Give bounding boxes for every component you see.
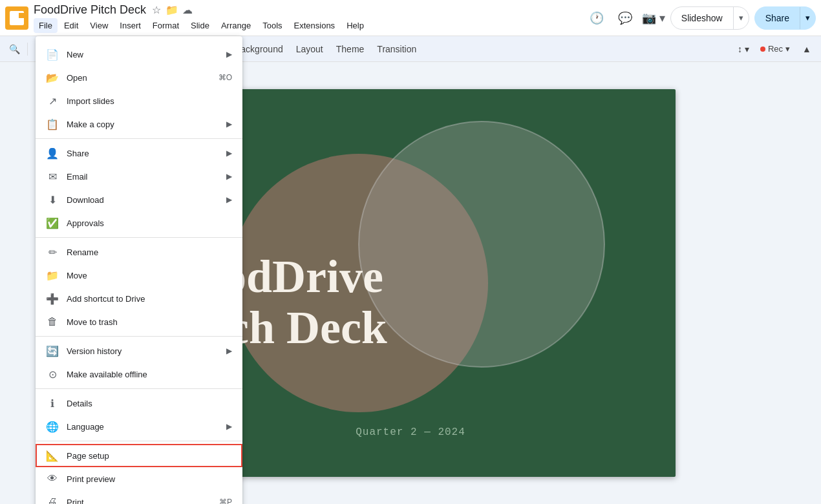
print-preview-icon: 👁: [46, 472, 59, 485]
import-icon: ↗: [46, 94, 59, 107]
move-label: Move: [67, 271, 232, 280]
menu-item-download[interactable]: ⬇ Download ▶: [36, 188, 242, 211]
menu-item-new[interactable]: 📄 New ▶: [36, 43, 242, 66]
download-arrow-icon: ▶: [226, 195, 232, 204]
copy-icon: 📋: [46, 118, 59, 131]
language-label: Language: [67, 422, 226, 432]
print-label: Print: [67, 498, 219, 505]
menu-item-move[interactable]: 📁 Move: [36, 264, 242, 287]
shortcut-label: Add shortcut to Drive: [67, 294, 232, 304]
menu-item-version-history[interactable]: 🔄 Version history ▶: [36, 339, 242, 362]
language-icon: 🌐: [46, 420, 59, 433]
details-label: Details: [67, 399, 232, 408]
menu-item-print-preview[interactable]: 👁 Print preview: [36, 467, 242, 490]
new-icon: 📄: [46, 48, 59, 61]
download-icon: ⬇: [46, 193, 59, 206]
open-shortcut: ⌘O: [219, 73, 232, 82]
email-arrow-icon: ▶: [226, 172, 232, 181]
version-arrow-icon: ▶: [226, 346, 232, 355]
print-icon: 🖨: [46, 496, 59, 504]
menu-section-5: ℹ Details 🌐 Language ▶: [36, 389, 242, 441]
rename-label: Rename: [67, 247, 232, 257]
menu-section-4: 🔄 Version history ▶ ⊙ Make available off…: [36, 337, 242, 389]
move-icon: 📁: [46, 269, 59, 282]
menu-item-approvals[interactable]: ✅ Approvals: [36, 211, 242, 235]
language-arrow-icon: ▶: [226, 422, 232, 431]
trash-icon: 🗑: [46, 315, 59, 328]
rename-icon: ✏: [46, 246, 59, 258]
trash-label: Move to trash: [67, 317, 232, 327]
new-arrow-icon: ▶: [226, 50, 232, 59]
copy-arrow-icon: ▶: [226, 120, 232, 129]
print-shortcut: ⌘P: [219, 498, 232, 504]
page-setup-icon: 📐: [46, 449, 59, 462]
menu-item-import-slides[interactable]: ↗ Import slides: [36, 89, 242, 112]
menu-item-language[interactable]: 🌐 Language ▶: [36, 415, 242, 438]
approvals-icon: ✅: [46, 216, 59, 229]
file-dropdown-menu: 📄 New ▶ 📂 Open ⌘O ↗ Import slides 📋 Make…: [36, 36, 242, 504]
menu-item-rename[interactable]: ✏ Rename: [36, 240, 242, 264]
menu-item-move-trash[interactable]: 🗑 Move to trash: [36, 310, 242, 333]
menu-item-add-shortcut[interactable]: ➕ Add shortcut to Drive: [36, 287, 242, 310]
import-label: Import slides: [67, 96, 232, 106]
menu-item-details[interactable]: ℹ Details: [36, 392, 242, 415]
email-label: Email: [67, 172, 226, 182]
menu-item-offline[interactable]: ⊙ Make available offline: [36, 362, 242, 386]
open-label: Open: [67, 73, 219, 83]
share-label: Share: [67, 149, 226, 158]
menu-section-1: 📄 New ▶ 📂 Open ⌘O ↗ Import slides 📋 Make…: [36, 40, 242, 139]
menu-section-2: 👤 Share ▶ ✉ Email ▶ ⬇ Download ▶ ✅ Appro…: [36, 139, 242, 238]
shortcut-icon: ➕: [46, 292, 59, 305]
menu-item-share[interactable]: 👤 Share ▶: [36, 142, 242, 165]
copy-label: Make a copy: [67, 120, 226, 129]
approvals-label: Approvals: [67, 218, 232, 228]
email-icon: ✉: [46, 170, 59, 183]
menu-item-email[interactable]: ✉ Email ▶: [36, 165, 242, 188]
print-preview-label: Print preview: [67, 474, 232, 484]
menu-item-page-setup[interactable]: 📐 Page setup: [36, 444, 242, 467]
menu-item-open[interactable]: 📂 Open ⌘O: [36, 66, 242, 89]
offline-icon: ⊙: [46, 368, 59, 381]
version-icon: 🔄: [46, 344, 59, 357]
open-icon: 📂: [46, 71, 59, 84]
dropdown-overlay: 📄 New ▶ 📂 Open ⌘O ↗ Import slides 📋 Make…: [0, 0, 821, 504]
menu-item-print[interactable]: 🖨 Print ⌘P: [36, 490, 242, 504]
new-label: New: [67, 50, 226, 59]
offline-label: Make available offline: [67, 370, 232, 379]
share-arrow-icon: ▶: [226, 149, 232, 158]
version-label: Version history: [67, 346, 226, 356]
details-icon: ℹ: [46, 397, 59, 410]
menu-section-3: ✏ Rename 📁 Move ➕ Add shortcut to Drive …: [36, 238, 242, 337]
download-label: Download: [67, 195, 226, 205]
share-icon: 👤: [46, 147, 59, 160]
page-setup-label: Page setup: [67, 451, 232, 461]
menu-item-make-copy[interactable]: 📋 Make a copy ▶: [36, 112, 242, 136]
menu-section-6: 📐 Page setup 👁 Print preview 🖨 Print ⌘P: [36, 441, 242, 504]
